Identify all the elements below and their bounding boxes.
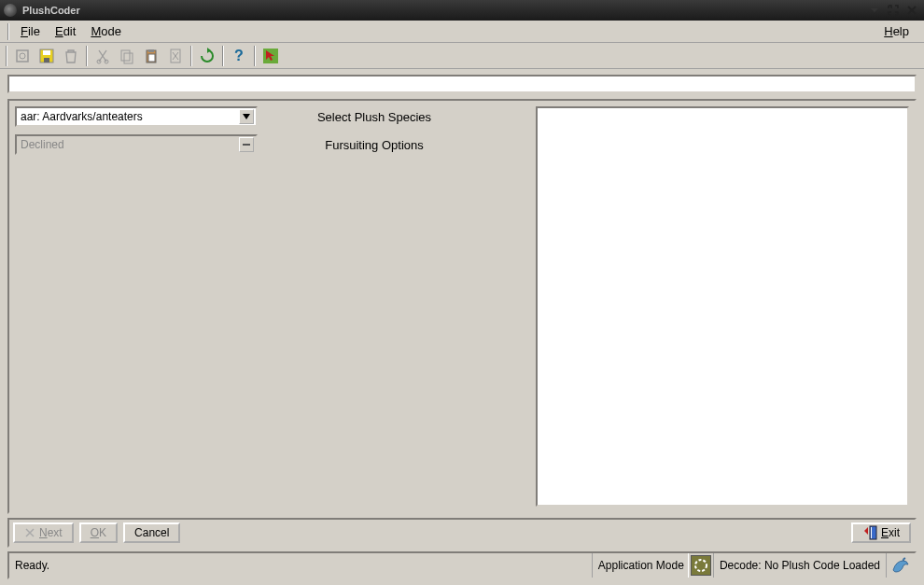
status-mode-icon (688, 553, 714, 578)
svg-rect-4 (44, 58, 49, 63)
menubar: File Edit Mode Help (0, 21, 924, 43)
toolbar-refresh-icon[interactable] (196, 45, 218, 67)
svg-point-18 (695, 560, 707, 571)
dolphin-icon (890, 555, 911, 576)
svg-rect-0 (17, 50, 28, 62)
cancel-button[interactable]: Cancel (123, 522, 180, 543)
svg-rect-8 (124, 53, 133, 63)
window-menu-icon[interactable] (866, 2, 883, 19)
toolbar-paste-icon[interactable] (140, 45, 162, 67)
toolbar-help-icon[interactable]: ? (228, 45, 250, 67)
status-decode: Decode: No Plush Code Loaded (714, 553, 887, 578)
svg-rect-17 (871, 527, 872, 538)
next-button[interactable]: Next (13, 522, 74, 543)
preview-panel (536, 106, 909, 507)
menu-mode[interactable]: Mode (83, 22, 129, 40)
menu-file[interactable]: File (13, 22, 48, 40)
svg-rect-15 (243, 144, 250, 146)
toolbar-new-icon[interactable] (11, 45, 34, 67)
fursuiting-label: Fursuiting Options (258, 138, 528, 152)
statusbar: Ready. Application Mode Decode: No Plush… (7, 551, 917, 579)
close-icon[interactable] (903, 2, 920, 19)
cancel-label: Cancel (134, 526, 169, 539)
species-label: Select Plush Species (258, 110, 528, 124)
fursuiting-value: Declined (21, 138, 239, 151)
dropdown-arrow-icon[interactable] (239, 109, 254, 124)
exit-button[interactable]: Exit (851, 522, 911, 543)
species-dropdown[interactable]: aar: Aardvarks/anteaters (15, 106, 258, 127)
ok-button[interactable]: OK (79, 522, 118, 543)
exit-icon (862, 525, 877, 540)
toolbar: ? (0, 43, 924, 69)
button-row: Next OK Cancel Exit (7, 518, 917, 548)
menu-edit[interactable]: Edit (48, 22, 83, 40)
main-content: aar: Aardvarks/anteaters Select Plush Sp… (7, 99, 917, 514)
maximize-icon[interactable] (885, 2, 902, 19)
window-title: PlushCoder (22, 5, 80, 16)
toolbar-clear-icon[interactable] (164, 45, 187, 67)
fursuiting-dropdown[interactable]: Declined (15, 134, 258, 155)
status-mode-label: Application Mode (593, 553, 688, 578)
titlebar: PlushCoder (0, 0, 924, 21)
menu-help[interactable]: Help (876, 22, 917, 40)
svg-rect-3 (43, 50, 50, 55)
app-icon (4, 4, 17, 17)
svg-rect-11 (148, 54, 155, 62)
species-value: aar: Aardvarks/anteaters (21, 110, 239, 123)
dropdown-arrow-icon[interactable] (239, 137, 254, 152)
toolbar-save-icon[interactable] (35, 45, 58, 67)
svg-text:?: ? (234, 48, 244, 63)
code-input[interactable] (7, 75, 917, 93)
status-mascot (887, 553, 915, 578)
toolbar-pointer-icon[interactable] (259, 45, 282, 67)
svg-rect-10 (148, 49, 154, 52)
status-ready: Ready. (9, 553, 593, 578)
toolbar-copy-icon[interactable] (116, 45, 138, 67)
left-panel: aar: Aardvarks/anteaters Select Plush Sp… (15, 106, 528, 507)
decode-mode-icon (691, 555, 711, 576)
toolbar-trash-icon[interactable] (60, 45, 82, 67)
svg-point-1 (20, 53, 25, 59)
toolbar-cut-icon[interactable] (91, 45, 114, 67)
svg-rect-7 (121, 50, 130, 61)
menu-file-rest: ile (28, 24, 40, 38)
